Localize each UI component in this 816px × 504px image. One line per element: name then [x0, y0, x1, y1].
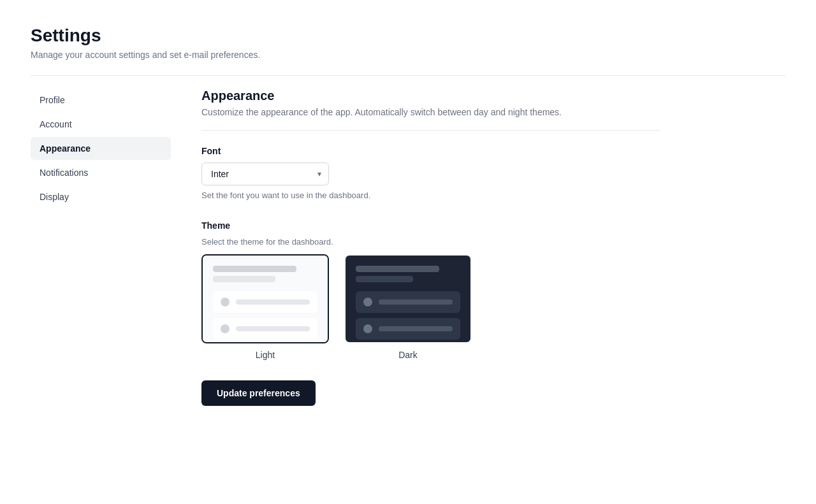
dark-dot1 [363, 298, 372, 306]
light-preview-item1 [213, 291, 317, 313]
dark-preview-row2 [356, 276, 413, 282]
dark-line2 [379, 326, 453, 331]
theme-field-group: Theme Select the theme for the dashboard… [201, 220, 660, 360]
font-field-group: Font Inter Roboto Open Sans Lato Poppins… [201, 146, 660, 200]
sidebar-item-label: Display [40, 192, 69, 202]
dark-preview-row1 [356, 266, 439, 272]
header-divider [31, 75, 785, 76]
dark-dot2 [363, 324, 372, 333]
section-subtitle: Customize the appearance of the app. Aut… [201, 107, 660, 117]
sidebar-item-label: Notifications [40, 168, 88, 178]
sidebar-item-account[interactable]: Account [31, 113, 171, 136]
theme-options: Light [201, 254, 660, 360]
light-line1 [236, 299, 310, 305]
section-title: Appearance [201, 89, 660, 103]
sidebar: Profile Account Appearance Notifications… [31, 89, 171, 406]
main-content: Appearance Customize the appearance of t… [201, 89, 660, 406]
theme-option-dark[interactable]: Dark [344, 254, 472, 360]
sidebar-item-label: Account [40, 119, 72, 129]
page-subtitle: Manage your account settings and set e-m… [31, 50, 785, 60]
font-label: Font [201, 146, 660, 156]
update-preferences-button[interactable]: Update preferences [201, 380, 316, 406]
light-preview-row2 [213, 276, 275, 282]
font-select[interactable]: Inter Roboto Open Sans Lato Poppins [201, 162, 329, 185]
dark-preview-item1 [356, 291, 460, 313]
sidebar-item-profile[interactable]: Profile [31, 89, 171, 112]
sidebar-item-appearance[interactable]: Appearance [31, 137, 171, 160]
sidebar-item-notifications[interactable]: Notifications [31, 161, 171, 184]
dark-preview-item2 [356, 318, 460, 340]
light-line2 [236, 326, 310, 331]
theme-option-light[interactable]: Light [201, 254, 329, 360]
light-theme-label: Light [256, 350, 275, 360]
light-preview-row1 [213, 266, 296, 272]
page-header: Settings Manage your account settings an… [31, 25, 785, 60]
light-dot2 [221, 324, 229, 333]
light-dot1 [221, 298, 229, 306]
dark-theme-preview[interactable] [344, 254, 472, 343]
theme-label: Theme [201, 220, 660, 231]
sidebar-item-label: Profile [40, 95, 65, 105]
sidebar-item-label: Appearance [40, 143, 91, 154]
light-preview-item2 [213, 318, 317, 340]
sidebar-item-display[interactable]: Display [31, 185, 171, 208]
font-hint: Set the font you want to use in the dash… [201, 191, 660, 200]
content-layout: Profile Account Appearance Notifications… [31, 89, 785, 406]
dark-line1 [379, 299, 453, 305]
light-theme-preview[interactable] [201, 254, 329, 343]
font-select-wrapper: Inter Roboto Open Sans Lato Poppins ▾ [201, 162, 329, 185]
dark-theme-label: Dark [398, 350, 418, 360]
theme-hint: Select the theme for the dashboard. [201, 237, 660, 247]
section-divider [201, 130, 660, 131]
sidebar-nav: Profile Account Appearance Notifications… [31, 89, 171, 208]
page-title: Settings [31, 25, 785, 46]
